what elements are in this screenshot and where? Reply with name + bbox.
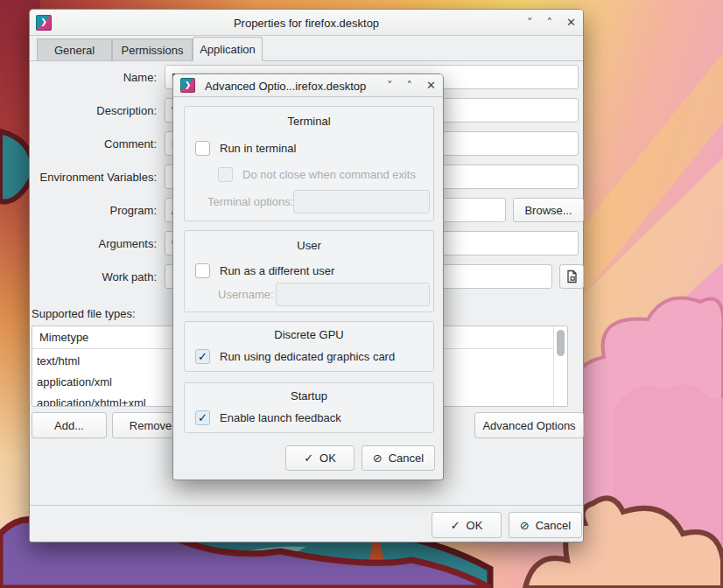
main-titlebar[interactable]: Properties for firefox.desktop ˅ ˄ ✕ (30, 10, 583, 36)
run-in-terminal-label: Run in terminal (220, 142, 296, 155)
document-open-icon (565, 270, 579, 284)
tab-bar: General Permissions Application (30, 36, 583, 61)
startup-group-title: Startup (185, 389, 433, 402)
terminal-options-input[interactable] (293, 190, 430, 214)
dedicated-graphics-label: Run using dedicated graphics card (220, 350, 395, 363)
cancel-button[interactable]: ⊘ Cancel (509, 512, 582, 538)
advanced-options-dialog: Advanced Optio...irefox.desktop ˅ ˄ ✕ Te… (172, 74, 444, 480)
app-icon (180, 78, 195, 93)
scrollbar-thumb[interactable] (557, 330, 565, 356)
dialog-titlebar[interactable]: Advanced Optio...irefox.desktop ˅ ˄ ✕ (173, 74, 443, 97)
terminal-options-label: Terminal options: (207, 195, 293, 208)
cancel-icon: ⊘ (373, 452, 383, 465)
comment-label: Comment: (104, 137, 157, 150)
check-icon: ✓ (304, 452, 313, 465)
main-window-title: Properties for firefox.desktop (234, 16, 379, 29)
maximize-icon[interactable]: ˄ (407, 80, 413, 91)
supported-file-types-label: Supported file types: (32, 307, 136, 320)
close-icon[interactable]: ✕ (426, 80, 436, 91)
run-as-different-user-checkbox[interactable] (195, 263, 210, 278)
dedicated-graphics-checkbox[interactable]: ✓ (195, 349, 210, 364)
terminal-group: Terminal Run in terminal Do not close wh… (184, 106, 434, 221)
check-icon: ✓ (451, 519, 460, 532)
run-as-different-user-label: Run as a different user (220, 264, 334, 277)
user-group-title: User (185, 239, 433, 252)
environment-variables-label: Environment Variables: (40, 171, 157, 184)
name-label: Name: (123, 71, 157, 84)
do-not-close-checkbox[interactable] (218, 167, 233, 182)
startup-group: Startup ✓ Enable launch feedback (184, 382, 434, 433)
dialog-ok-button[interactable]: ✓ OK (285, 445, 354, 471)
tab-permissions[interactable]: Permissions (112, 38, 193, 61)
app-icon (36, 15, 52, 31)
run-in-terminal-checkbox[interactable] (195, 141, 210, 156)
check-icon: ✓ (198, 349, 207, 362)
dialog-cancel-button[interactable]: ⊘ Cancel (362, 445, 435, 471)
program-label: Program: (110, 204, 157, 217)
username-label: Username: (218, 288, 274, 301)
cancel-icon: ⊘ (520, 519, 530, 532)
launch-feedback-checkbox[interactable]: ✓ (195, 410, 210, 425)
table-scrollbar[interactable] (553, 326, 567, 406)
description-label: Description: (96, 104, 157, 117)
browse-button[interactable]: Browse... (513, 198, 584, 222)
dialog-title: Advanced Optio...irefox.desktop (205, 79, 366, 92)
discrete-gpu-group-title: Discrete GPU (185, 328, 433, 341)
tab-application[interactable]: Application (193, 37, 263, 61)
check-icon: ✓ (198, 410, 207, 424)
workpath-label: Work path: (102, 270, 157, 284)
maximize-icon[interactable]: ˄ (547, 17, 553, 28)
user-group: User Run as a different user Username: (184, 230, 434, 312)
tab-general[interactable]: General (37, 38, 112, 61)
advanced-options-button[interactable]: Advanced Options (474, 412, 584, 438)
do-not-close-label: Do not close when command exits (242, 168, 416, 181)
minimize-icon[interactable]: ˅ (387, 80, 393, 91)
workpath-picker-button[interactable] (559, 264, 584, 289)
close-icon[interactable]: ✕ (566, 17, 576, 28)
button-separator (30, 505, 583, 506)
arguments-label: Arguments: (99, 237, 157, 250)
minimize-icon[interactable]: ˅ (527, 17, 533, 28)
add-button[interactable]: Add... (32, 412, 107, 438)
username-input[interactable] (276, 283, 430, 306)
launch-feedback-label: Enable launch feedback (220, 411, 341, 424)
terminal-group-title: Terminal (185, 115, 433, 128)
ok-button[interactable]: ✓ OK (432, 512, 502, 538)
discrete-gpu-group: Discrete GPU ✓ Run using dedicated graph… (184, 321, 434, 372)
